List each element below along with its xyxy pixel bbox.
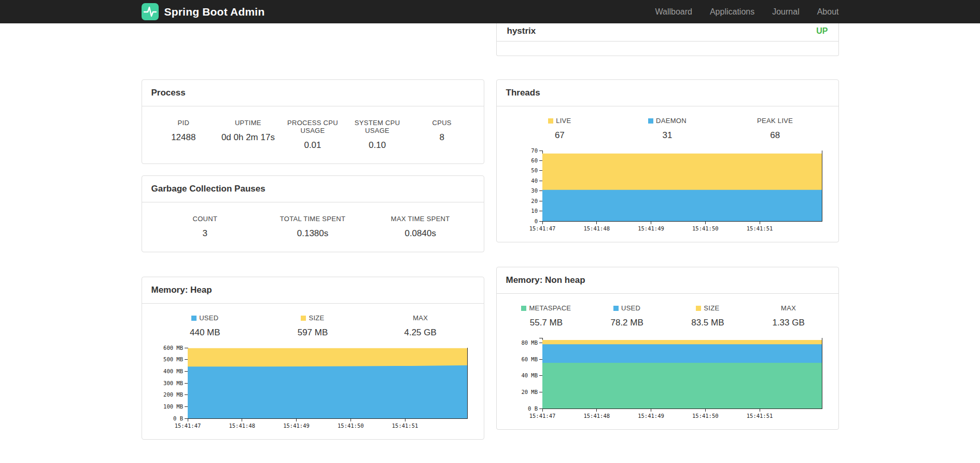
stat-uptime: UPTIME 0d 0h 2m 17s [216,119,281,151]
svg-text:300 MB: 300 MB [163,380,183,386]
legend-swatch-live-icon [548,118,553,124]
legend-swatch-metaspace-icon [521,306,526,311]
svg-text:400 MB: 400 MB [163,368,183,374]
stat-value: 0.01 [281,140,345,151]
left-column: Process PID 12488 UPTIME 0d 0h 2m 17s PR… [142,23,484,440]
svg-text:600 MB: 600 MB [163,345,183,351]
svg-text:0: 0 [534,218,537,224]
threads-chart: 01020304050607015:41:4715:41:4815:41:491… [506,146,829,235]
svg-text:15:41:49: 15:41:49 [638,413,664,419]
nav-item-applications[interactable]: Applications [710,7,754,17]
status-badge: UP [816,26,828,36]
legend-swatch-used-icon [613,306,619,311]
svg-text:80 MB: 80 MB [521,339,538,346]
stat-value: 0.1380s [259,228,367,239]
stat-label: USED [621,304,640,312]
svg-text:50: 50 [531,167,538,173]
stat-label: LIVE [556,117,571,125]
application-status-panel: hystrix UP [496,23,839,56]
stat-label: PEAK LIVE [721,117,829,125]
stat-label: DAEMON [656,117,687,125]
svg-text:60 MB: 60 MB [521,356,538,362]
svg-text:15:41:51: 15:41:51 [746,225,773,232]
application-status-row: hystrix UP [497,23,838,42]
svg-text:15:41:47: 15:41:47 [529,413,555,419]
application-name-link[interactable]: hystrix [507,26,536,36]
heap-stats: USED 440 MB SIZE 597 MB MAX 4.2 [151,314,474,338]
legend-swatch-size-icon [301,316,306,321]
stat-value: 8 [410,132,474,143]
stat-label: SIZE [704,304,719,312]
legend-swatch-size-icon [696,306,701,311]
stat-value: 68 [721,130,829,141]
svg-text:70: 70 [531,147,538,154]
stat-label: SYSTEM CPU USAGE [345,119,410,134]
legend-swatch-used-icon [191,316,197,321]
stat-pid: PID 12488 [151,119,216,151]
stat-label: UPTIME [216,119,281,127]
stat-value: 0d 0h 2m 17s [216,132,281,143]
brand[interactable]: Spring Boot Admin [142,3,265,20]
svg-text:15:41:48: 15:41:48 [583,413,610,419]
stat-heap-max: MAX 4.25 GB [367,314,474,338]
threads-stats: LIVE 67 DAEMON 31 PEAK LIVE 68 [506,117,829,141]
nav-item-wallboard[interactable]: Wallboard [655,7,692,17]
stat-gc-total-time: TOTAL TIME SPENT 0.1380s [259,215,367,239]
stat-label: MAX TIME SPENT [367,215,474,223]
stat-label: MAX [748,304,829,312]
svg-text:15:41:48: 15:41:48 [229,423,255,429]
stat-value: 0.0840s [367,228,474,239]
stat-label: MAX [367,314,474,322]
threads-panel-title: Threads [497,80,838,106]
stat-gc-count: COUNT 3 [151,215,259,239]
svg-text:100 MB: 100 MB [163,403,183,410]
stat-nonheap-used: USED 78.2 MB [586,304,667,329]
stat-label: SIZE [309,314,324,322]
svg-text:40: 40 [531,178,538,184]
svg-text:15:41:50: 15:41:50 [337,423,363,429]
heap-panel: Memory: Heap USED 440 MB SIZE [142,277,484,440]
svg-text:10: 10 [531,208,538,214]
stat-label: PROCESS CPU USAGE [281,119,345,134]
stat-label: COUNT [151,215,259,223]
heap-panel-title: Memory: Heap [142,277,484,304]
svg-text:15:41:51: 15:41:51 [746,413,773,419]
stat-threads-daemon: DAEMON 31 [613,117,721,141]
svg-text:30: 30 [531,187,538,194]
svg-text:60: 60 [531,157,538,164]
gc-stats: COUNT 3 TOTAL TIME SPENT 0.1380s MAX TIM… [151,215,474,239]
svg-text:20 MB: 20 MB [521,389,538,395]
nonheap-panel-title: Memory: Non heap [497,267,838,294]
process-panel-title: Process [142,80,484,106]
nav-item-about[interactable]: About [817,7,839,17]
svg-text:15:41:49: 15:41:49 [283,423,310,429]
svg-text:15:41:49: 15:41:49 [638,225,664,232]
stat-value: 12488 [151,132,216,143]
stat-cpus: CPUS 8 [410,119,474,151]
nav-item-journal[interactable]: Journal [772,7,799,17]
svg-text:200 MB: 200 MB [163,391,183,398]
brand-title: Spring Boot Admin [164,6,265,18]
stat-gc-max-time: MAX TIME SPENT 0.0840s [367,215,474,239]
svg-text:500 MB: 500 MB [163,356,183,362]
stat-label: METASPACE [529,304,571,312]
svg-text:0 B: 0 B [173,415,183,421]
stat-value: 83.5 MB [667,317,748,329]
svg-text:20: 20 [531,198,538,204]
stat-value: 0.10 [345,140,410,151]
stat-label: USED [199,314,218,322]
navbar: Spring Boot Admin Wallboard Applications… [0,0,980,23]
svg-text:40 MB: 40 MB [521,372,538,378]
stat-system-cpu: SYSTEM CPU USAGE 0.10 [345,119,410,151]
brand-logo-icon [142,3,159,20]
process-stats: PID 12488 UPTIME 0d 0h 2m 17s PROCESS CP… [151,119,474,151]
stat-value: 3 [151,228,259,239]
nonheap-chart: 0 B20 MB40 MB60 MB80 MB15:41:4715:41:481… [506,334,829,422]
nonheap-stats: METASPACE 55.7 MB USED 78.2 MB [506,304,829,329]
legend-swatch-daemon-icon [648,118,653,124]
stat-value: 1.33 GB [748,317,829,329]
svg-text:15:41:50: 15:41:50 [692,413,718,419]
process-panel: Process PID 12488 UPTIME 0d 0h 2m 17s PR… [142,79,484,164]
stat-nonheap-metaspace: METASPACE 55.7 MB [506,304,587,329]
svg-text:15:41:47: 15:41:47 [174,423,201,429]
